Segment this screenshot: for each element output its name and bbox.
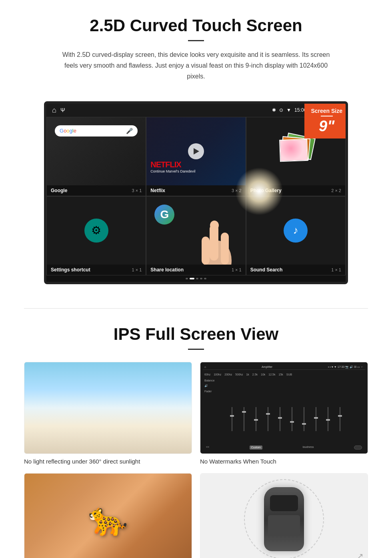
svg-rect-20 bbox=[314, 417, 318, 419]
dot-2-active bbox=[190, 278, 194, 279]
netflix-play-button[interactable] bbox=[188, 143, 204, 159]
feature-response: 🐆 Super Fast Response bbox=[24, 473, 192, 558]
netflix-cell-inner: NETFLIX Continue Marvel's Daredevil bbox=[146, 117, 245, 185]
usb-icon: Ψ bbox=[60, 107, 65, 113]
page-dots bbox=[46, 275, 346, 282]
section2-underline bbox=[188, 349, 204, 350]
settings-app-size: 1 × 1 bbox=[132, 267, 142, 272]
netflix-app-cell[interactable]: NETFLIX Continue Marvel's Daredevil Netf… bbox=[146, 117, 246, 196]
maps-icon: G bbox=[154, 205, 174, 225]
svg-rect-10 bbox=[254, 419, 258, 421]
share-cell-inner: G bbox=[146, 197, 245, 265]
google-app-cell[interactable]: Google 🎤 Google 3 × 1 bbox=[46, 117, 146, 196]
svg-rect-16 bbox=[290, 421, 294, 423]
bluetooth-icon: ✱ bbox=[272, 107, 276, 113]
feature-viewing: ↗ Large Viewing Angle bbox=[200, 473, 368, 558]
amp-top-bar: ⌂ Amplifier ▪ ▪ ♥ ▼ 17:33 📷 🔊 ☒ ▭ ← bbox=[203, 365, 365, 370]
status-left: ⌂ Ψ bbox=[52, 106, 65, 114]
feature-grid: No light reflecting under 360° direct su… bbox=[24, 362, 368, 558]
svg-rect-24 bbox=[338, 415, 342, 417]
amp-freq-labels: 60hz100hz200hz500hz1k2.5k10k12.5k15kSUB bbox=[203, 371, 365, 377]
section1-title: 2.5D Curved Touch Screen bbox=[24, 16, 368, 35]
section1-description: With 2.5D curved-display screen, this de… bbox=[56, 49, 336, 82]
mic-icon[interactable]: 🎤 bbox=[126, 128, 133, 134]
feature-img-amplifier: ⌂ Amplifier ▪ ▪ ♥ ▼ 17:33 📷 🔊 ☒ ▭ ← 60hz… bbox=[200, 362, 368, 454]
car-visual: ↗ bbox=[200, 474, 368, 558]
svg-rect-14 bbox=[278, 417, 282, 419]
section-divider bbox=[24, 308, 368, 309]
dot-1 bbox=[186, 278, 188, 279]
settings-cell-inner: ⚙ bbox=[47, 197, 146, 265]
feature-sunlight: No light reflecting under 360° direct su… bbox=[24, 362, 192, 465]
netflix-app-name: Netflix bbox=[150, 188, 165, 193]
feature-label-sunlight: No light reflecting under 360° direct su… bbox=[24, 458, 140, 465]
badge-title: Screen Size bbox=[311, 108, 342, 114]
feature-img-sunlight bbox=[24, 362, 192, 454]
settings-app-name: Settings shortcut bbox=[51, 267, 90, 273]
svg-point-4 bbox=[210, 221, 219, 230]
section2-title: IPS Full Screen View bbox=[24, 325, 368, 344]
amp-icons: ▪ ▪ ♥ ▼ 17:33 📷 🔊 ☒ ▭ ← bbox=[328, 365, 364, 369]
settings-label: Settings shortcut 1 × 1 bbox=[47, 265, 146, 275]
feature-watermark: ⌂ Amplifier ▪ ▪ ♥ ▼ 17:33 📷 🔊 ☒ ▭ ← 60hz… bbox=[200, 362, 368, 465]
hand-pointing bbox=[190, 201, 246, 265]
netflix-logo: NETFLIX Continue Marvel's Daredevil bbox=[150, 160, 195, 173]
cheetah-visual: 🐆 bbox=[24, 474, 192, 558]
svg-rect-22 bbox=[326, 419, 330, 421]
svg-rect-2 bbox=[221, 233, 229, 265]
badge-size: 9" bbox=[311, 118, 342, 135]
badge-underline bbox=[321, 116, 333, 116]
feature-img-car: ↗ bbox=[200, 473, 368, 558]
car-roof bbox=[268, 515, 300, 535]
title-underline bbox=[188, 40, 204, 41]
feature-label-watermark: No Watermarks When Touch bbox=[200, 458, 276, 465]
status-bar: ⌂ Ψ ✱ ⊙ ▼ 15:06 📷 🔊 ☒ ▭ bbox=[46, 104, 346, 117]
sound-icon: ♪ bbox=[284, 219, 308, 243]
amp-side-labels: Balance 🔊 Fader bbox=[203, 377, 365, 394]
car-windshield bbox=[270, 495, 298, 511]
car-top-view bbox=[264, 487, 304, 551]
settings-icon: ⚙ bbox=[84, 219, 108, 243]
google-cell-inner: Google 🎤 bbox=[47, 117, 146, 185]
device-wrapper: Screen Size 9" ⌂ Ψ ✱ ⊙ ▼ 15:06 📷 🔊 ☒ ▭ bbox=[0, 101, 392, 284]
google-app-name: Google bbox=[51, 188, 67, 193]
home-icon[interactable]: ⌂ bbox=[52, 106, 56, 114]
amp-title: Amplifier bbox=[262, 365, 272, 368]
location-icon: ⊙ bbox=[279, 107, 283, 113]
google-search-bar[interactable]: Google 🎤 bbox=[55, 125, 138, 136]
dot-3 bbox=[196, 278, 198, 279]
cheetah-icon: 🐆 bbox=[88, 500, 128, 538]
gallery-card-3 bbox=[279, 138, 308, 161]
svg-rect-12 bbox=[266, 413, 270, 415]
sunlight-visual bbox=[24, 362, 192, 454]
settings-app-cell[interactable]: ⚙ Settings shortcut 1 × 1 bbox=[46, 196, 146, 275]
netflix-label: Netflix 3 × 2 bbox=[146, 185, 245, 196]
sound-app-name: Sound Search bbox=[250, 267, 283, 273]
dot-5 bbox=[204, 278, 206, 279]
share-app-cell[interactable]: G Share loca bbox=[146, 196, 246, 275]
share-label: Share location 1 × 1 bbox=[146, 265, 245, 275]
share-app-size: 1 × 1 bbox=[232, 267, 242, 272]
screen-size-badge: Screen Size 9" bbox=[304, 104, 348, 139]
section-curved-screen: 2.5D Curved Touch Screen With 2.5D curve… bbox=[0, 0, 392, 101]
gallery-app-size: 2 × 2 bbox=[331, 188, 341, 193]
wifi-icon: ▼ bbox=[286, 107, 291, 113]
amp-bottom-bar: << Custom loudness bbox=[203, 444, 365, 451]
car-arrow: ↗ bbox=[357, 551, 364, 558]
netflix-logo-text: NETFLIX bbox=[150, 160, 181, 169]
google-app-size: 3 × 1 bbox=[132, 188, 142, 193]
google-logo-text: Google bbox=[60, 128, 76, 134]
svg-rect-6 bbox=[230, 415, 234, 417]
svg-rect-18 bbox=[302, 423, 306, 425]
google-label: Google 3 × 1 bbox=[47, 185, 146, 196]
netflix-subtitle: Continue Marvel's Daredevil bbox=[150, 169, 195, 173]
app-grid: Google 🎤 Google 3 × 1 NETFLIX bbox=[46, 117, 346, 275]
svg-rect-8 bbox=[242, 411, 246, 413]
dot-4 bbox=[200, 278, 202, 279]
sound-label: Sound Search 1 × 1 bbox=[246, 265, 345, 275]
svg-rect-3 bbox=[202, 237, 210, 265]
amp-home: ⌂ bbox=[204, 365, 206, 368]
device-screen: Screen Size 9" ⌂ Ψ ✱ ⊙ ▼ 15:06 📷 🔊 ☒ ▭ bbox=[44, 101, 348, 284]
section-ips-screen: IPS Full Screen View No light reflecting… bbox=[0, 325, 392, 558]
amp-sliders bbox=[203, 394, 365, 444]
